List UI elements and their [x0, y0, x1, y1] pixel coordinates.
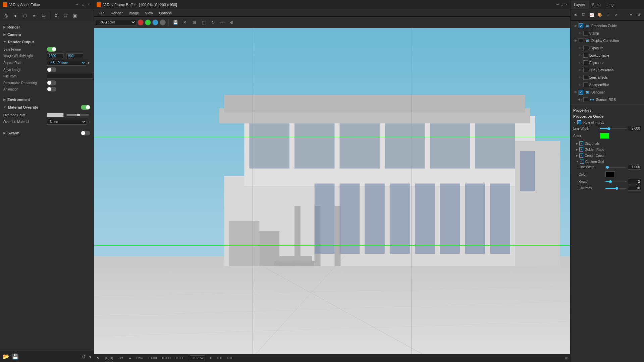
rows-input[interactable]: [628, 179, 641, 184]
shield-icon[interactable]: 🛡: [61, 12, 69, 20]
swarm-section-header[interactable]: ▶ Swarm: [0, 129, 94, 137]
override-color-swatch[interactable]: [47, 113, 64, 117]
layer-exposure2[interactable]: 👁 Exposure: [571, 59, 644, 66]
layer-proportion-guide[interactable]: 👁 ✓ ⊞ Proportion Guide: [571, 22, 644, 29]
reset-btn[interactable]: [160, 19, 166, 25]
layer-sharpen[interactable]: 👁 Sharpen/Blur: [571, 81, 644, 88]
aspect-ratio-select[interactable]: 4:3 - Picture: [47, 60, 86, 66]
save-image-toggle[interactable]: [47, 67, 56, 72]
cube-icon[interactable]: ⬡: [21, 12, 29, 20]
layers-icon[interactable]: ≡: [30, 12, 38, 20]
layers-undo-btn[interactable]: ↺: [635, 11, 643, 19]
rot-checkbox[interactable]: ✓: [577, 120, 581, 124]
expand-icon[interactable]: ⊞: [565, 356, 568, 360]
layer-source-rgb[interactable]: 👁 ●●● Source: RGB: [571, 96, 644, 103]
cg-lw-slider[interactable]: [605, 167, 627, 168]
override-mat-select[interactable]: None: [47, 119, 87, 125]
layer-hue-sat[interactable]: 👁 Hue / Saturation: [571, 66, 644, 74]
layers-color-btn[interactable]: 🎨: [596, 11, 603, 19]
layers-list-btn[interactable]: ≡: [627, 11, 635, 19]
animation-toggle[interactable]: [47, 87, 56, 92]
swarm-toggle[interactable]: [81, 131, 90, 135]
fb-close-btn[interactable]: ✕: [565, 3, 568, 6]
blue-channel-btn[interactable]: [152, 19, 158, 25]
layer-stamp[interactable]: 👁 Stamp: [571, 29, 644, 37]
safe-frame-toggle[interactable]: [47, 47, 56, 52]
cols-input[interactable]: [628, 186, 641, 191]
region-btn[interactable]: ⬚: [200, 18, 208, 26]
minimize-btn[interactable]: ─: [75, 3, 79, 6]
rotate-btn[interactable]: ↻: [209, 18, 217, 26]
center-cross-row[interactable]: ▶ ✓ Center Cross: [573, 153, 641, 159]
menu-view[interactable]: View: [142, 10, 156, 16]
hsv-select[interactable]: HSV: [190, 355, 205, 361]
undo-icon[interactable]: ↺: [82, 354, 86, 359]
rows-slider[interactable]: [605, 181, 627, 182]
red-channel-btn[interactable]: [138, 19, 144, 25]
layer-display-correction[interactable]: 👁 ⊞ Display Correction: [571, 37, 644, 44]
width-input[interactable]: [47, 53, 64, 58]
layer-lookup[interactable]: 👁 Lookup Table: [571, 52, 644, 59]
layers-dn-btn[interactable]: ⊘: [612, 11, 620, 19]
mat-browse-icon[interactable]: ⊞: [88, 120, 90, 124]
height-input[interactable]: [66, 53, 83, 58]
monitor-icon[interactable]: ▣: [71, 12, 79, 20]
layers-check-btn[interactable]: ☑: [580, 11, 587, 19]
right-separator: [571, 105, 644, 105]
green-channel-btn[interactable]: [145, 19, 151, 25]
camera-section-header[interactable]: ▶ Camera: [0, 31, 94, 38]
layers-lens-btn[interactable]: ⊕: [604, 11, 611, 19]
save-file-icon[interactable]: 💾: [12, 353, 19, 360]
menu-render[interactable]: Render: [108, 10, 125, 16]
menu-image[interactable]: Image: [126, 10, 142, 16]
fb-minimize-btn[interactable]: ─: [556, 3, 559, 6]
environment-section-header[interactable]: ▶ Environment: [0, 96, 94, 103]
diag-check[interactable]: ✓: [579, 141, 583, 145]
gear-icon[interactable]: ⚙: [52, 12, 60, 20]
tab-layers[interactable]: Layers: [571, 1, 589, 9]
save-render-btn[interactable]: 💾: [171, 18, 179, 26]
render-section-header[interactable]: ▶ Render: [0, 23, 94, 31]
zoom-fit-btn[interactable]: ⊕: [228, 18, 236, 26]
layer-exposure1[interactable]: 👁 Exposure: [571, 44, 644, 52]
layer-lens[interactable]: 👁 Lens Effects: [571, 74, 644, 81]
cg-lw-input[interactable]: [628, 165, 641, 170]
override-color-row: Override Color: [3, 113, 90, 117]
file-path-input[interactable]: [47, 74, 93, 79]
diagonals-row[interactable]: ▶ ✓ Diagonals: [573, 140, 641, 146]
fb-maximize-btn[interactable]: □: [561, 3, 563, 6]
menu-file[interactable]: File: [96, 10, 107, 16]
globe-icon[interactable]: ◎: [2, 12, 10, 20]
material-override-header[interactable]: ▼ Material Override: [0, 103, 94, 111]
resumable-toggle[interactable]: [47, 80, 56, 85]
layers-curve-btn[interactable]: 📈: [588, 11, 595, 19]
channel-select[interactable]: RGB color: [96, 19, 136, 25]
folder-open-icon[interactable]: 📂: [3, 353, 9, 360]
tab-stats[interactable]: Stats: [589, 1, 604, 9]
cg-check[interactable]: ✓: [580, 160, 584, 164]
collapse-icon[interactable]: ◀: [89, 355, 91, 358]
mat-override-toggle[interactable]: [81, 105, 90, 110]
render-output-section-header[interactable]: ▼ Render Output: [0, 38, 94, 46]
color-swatch-green[interactable]: [600, 133, 609, 139]
line-width-slider[interactable]: [600, 128, 627, 129]
gr-check[interactable]: ✓: [579, 147, 583, 152]
rect-icon[interactable]: ▭: [40, 12, 48, 20]
layers-eye-btn[interactable]: 👁: [572, 11, 579, 19]
cc-check[interactable]: ✓: [579, 154, 583, 158]
custom-grid-row[interactable]: ▼ ✓ Custom Grid: [573, 159, 641, 165]
override-color-slider[interactable]: [66, 114, 89, 116]
golden-ratio-row[interactable]: ▶ ✓ Golden Ratio: [573, 146, 641, 153]
sphere-icon[interactable]: ●: [11, 12, 19, 20]
cols-slider[interactable]: [605, 188, 627, 189]
cg-color-swatch[interactable]: [605, 171, 615, 177]
compare-btn[interactable]: ⊟: [190, 18, 198, 26]
maximize-btn[interactable]: □: [81, 3, 85, 6]
flip-btn[interactable]: ⟺: [218, 18, 226, 26]
close-btn[interactable]: ✕: [87, 3, 91, 6]
layer-denoiser[interactable]: 👁 ✓ ⊞ Denoiser: [571, 88, 644, 96]
menu-options[interactable]: Options: [156, 10, 174, 16]
line-width-input[interactable]: [628, 126, 641, 131]
tab-log[interactable]: Log: [604, 1, 617, 9]
clear-btn[interactable]: ✕: [181, 18, 189, 26]
